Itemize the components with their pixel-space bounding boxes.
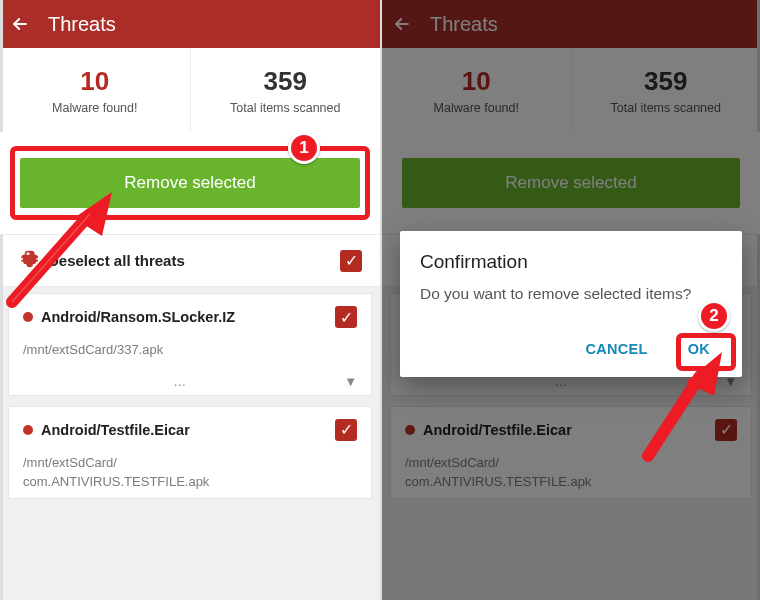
screen-step-1: Threats 10 Malware found! 359 Total item… xyxy=(0,0,380,600)
remove-selected-button[interactable]: Remove selected xyxy=(20,158,360,208)
screen-step-2: Threats 10 Malware found! 359 Total item… xyxy=(380,0,760,600)
stat-scanned-count: 359 xyxy=(264,66,307,97)
threat-status-dot-icon xyxy=(23,425,33,435)
more-icon[interactable]: … xyxy=(173,374,186,389)
deselect-all-row[interactable]: Deselect all threats ✓ xyxy=(0,235,380,287)
decoration xyxy=(0,0,3,600)
callout-badge-1: 1 xyxy=(288,132,320,164)
dialog-actions: CANCEL OK xyxy=(420,333,722,365)
deselect-all-checkbox[interactable]: ✓ xyxy=(340,250,362,272)
threat-status-dot-icon xyxy=(23,312,33,322)
chevron-down-icon[interactable]: ▼ xyxy=(344,374,357,389)
deselect-all-label: Deselect all threats xyxy=(48,252,330,269)
dialog-message: Do you want to remove selected items? xyxy=(420,283,722,305)
callout-badge-2: 2 xyxy=(698,300,730,332)
threat-path: /mnt/extSdCard/ com.ANTIVIRUS.TESTFILE.a… xyxy=(23,453,357,492)
stat-scanned: 359 Total items scanned xyxy=(190,48,381,132)
threat-name: Android/Ransom.SLocker.IZ xyxy=(41,309,327,325)
ok-button[interactable]: OK xyxy=(676,333,722,365)
threat-card[interactable]: Android/Ransom.SLocker.IZ ✓ /mnt/extSdCa… xyxy=(8,293,372,396)
stats-row: 10 Malware found! 359 Total items scanne… xyxy=(0,48,380,132)
back-icon[interactable] xyxy=(10,14,30,34)
threat-checkbox[interactable]: ✓ xyxy=(335,419,357,441)
threat-checkbox[interactable]: ✓ xyxy=(335,306,357,328)
bug-icon xyxy=(18,249,38,272)
app-bar: Threats xyxy=(0,0,380,48)
stat-malware-label: Malware found! xyxy=(52,101,137,115)
stat-malware-count: 10 xyxy=(80,66,109,97)
stat-scanned-label: Total items scanned xyxy=(230,101,340,115)
dialog-title: Confirmation xyxy=(420,251,722,273)
page-title: Threats xyxy=(48,13,116,36)
threat-card[interactable]: Android/Testfile.Eicar ✓ /mnt/extSdCard/… xyxy=(8,406,372,499)
confirmation-dialog: Confirmation Do you want to remove selec… xyxy=(400,231,742,377)
cancel-button[interactable]: CANCEL xyxy=(573,333,659,365)
threat-list: Android/Ransom.SLocker.IZ ✓ /mnt/extSdCa… xyxy=(0,287,380,499)
threat-path: /mnt/extSdCard/337.apk xyxy=(23,340,357,360)
stat-malware: 10 Malware found! xyxy=(0,48,190,132)
remove-button-area: Remove selected xyxy=(0,132,380,235)
threat-name: Android/Testfile.Eicar xyxy=(41,422,327,438)
